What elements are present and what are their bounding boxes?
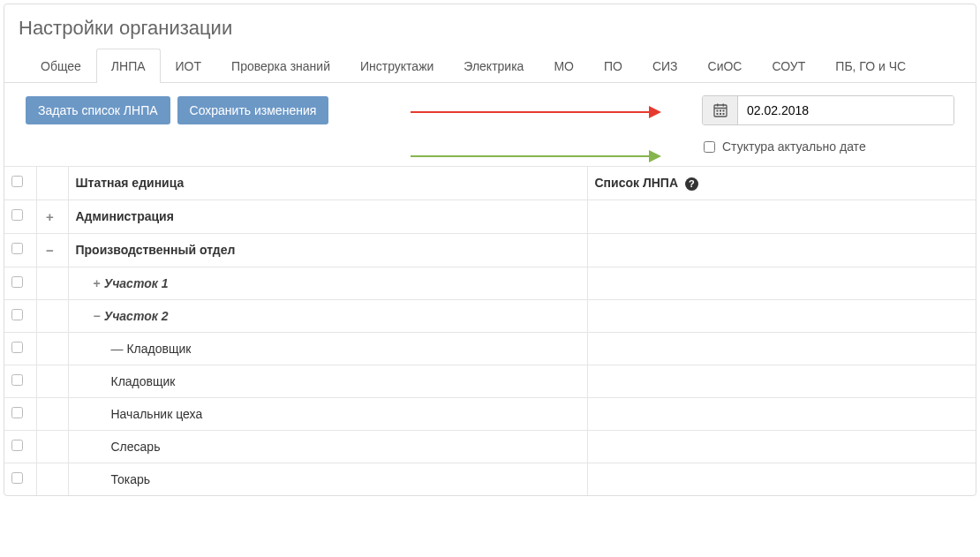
expand-icon[interactable]: + [94,276,101,290]
table-row: −Участок 2 [4,299,976,332]
toolbar: Задать список ЛНПА Сохранить изменения [4,83,976,134]
row-checkbox[interactable] [11,407,23,418]
lnpa-cell [587,332,976,365]
lnpa-cell [587,430,976,463]
lnpa-cell [587,397,976,430]
tab-briefings[interactable]: Инструктажи [345,49,449,83]
tab-siz[interactable]: СИЗ [637,49,693,83]
structure-checkbox-text: Стуктура актуально дате [722,139,866,154]
collapse-icon[interactable]: − [94,309,101,323]
arrow-red-annotation [411,106,661,118]
svg-rect-2 [716,110,718,112]
tab-sios[interactable]: СиОС [693,49,758,83]
svg-rect-5 [716,113,718,115]
collapse-icon[interactable] [44,243,57,258]
unit-name[interactable]: Администрация [68,199,587,233]
col-header-unit: Штатная единица [68,167,587,200]
unit-name[interactable]: Производственный отдел [68,233,587,267]
table-row: Кладовщик [4,365,976,397]
set-lnpa-list-button[interactable]: Задать список ЛНПА [26,96,170,124]
row-checkbox[interactable] [11,472,23,484]
tab-mo[interactable]: МО [539,49,589,83]
row-checkbox[interactable] [11,243,23,254]
svg-rect-4 [722,110,724,112]
tab-electrics[interactable]: Электрика [449,49,539,83]
svg-rect-6 [720,113,721,115]
row-checkbox[interactable] [11,374,23,386]
col-header-lnpa: Список ЛНПА [595,176,679,190]
table-row: Токарь [4,463,976,495]
arrow-green-annotation [411,150,661,162]
table-row: Администрация [4,199,976,233]
table-row: +Участок 1 [4,267,976,299]
lnpa-cell [587,365,976,397]
lnpa-cell [587,233,976,267]
tab-pbgo[interactable]: ПБ, ГО и ЧС [820,49,921,83]
table-row: Начальник цеха [4,397,976,430]
lnpa-cell [587,199,976,233]
tab-sout[interactable]: СОУТ [757,49,820,83]
units-table: Штатная единица Список ЛНПА ? Администра… [4,166,976,495]
save-changes-button[interactable]: Сохранить изменения [177,96,329,124]
unit-name[interactable]: — Кладовщик [68,332,587,365]
calendar-icon[interactable] [703,96,738,124]
unit-name[interactable]: Кладовщик [68,365,587,397]
help-icon[interactable]: ? [685,177,698,191]
lnpa-cell [587,463,976,495]
lnpa-cell [587,299,976,332]
structure-checkbox-row: Стуктура актуально дате [4,134,976,166]
expand-icon[interactable] [44,209,57,224]
svg-rect-3 [720,110,721,112]
unit-name[interactable]: Слесарь [68,430,587,463]
table-row: Слесарь [4,430,976,463]
tab-iot[interactable]: ИОТ [161,49,217,83]
date-picker[interactable] [702,95,954,125]
tab-general[interactable]: Общее [26,49,96,83]
tabs: Общее ЛНПА ИОТ Проверка знаний Инструкта… [4,49,976,83]
tab-knowledge[interactable]: Проверка знаний [216,49,345,83]
row-checkbox[interactable] [11,209,23,221]
svg-rect-9 [722,104,724,107]
select-all-checkbox[interactable] [11,176,23,187]
svg-rect-8 [717,104,719,107]
tab-po[interactable]: ПО [589,49,637,83]
table-row: Производственный отдел [4,233,976,267]
page-title: Настройки организации [4,4,976,49]
svg-rect-7 [722,113,724,115]
row-checkbox[interactable] [11,276,23,288]
structure-checkbox[interactable] [704,141,715,153]
unit-name[interactable]: +Участок 1 [68,267,587,299]
table-row: — Кладовщик [4,332,976,365]
lnpa-cell [587,267,976,299]
unit-name[interactable]: Начальник цеха [68,397,587,430]
row-checkbox[interactable] [11,309,23,320]
date-input[interactable] [738,96,954,124]
unit-name[interactable]: Токарь [68,463,587,495]
unit-name[interactable]: −Участок 2 [68,299,587,332]
row-checkbox[interactable] [11,342,23,353]
row-checkbox[interactable] [11,440,23,451]
structure-checkbox-label[interactable]: Стуктура актуально дате [704,139,954,154]
tab-lnpa[interactable]: ЛНПА [96,49,161,83]
